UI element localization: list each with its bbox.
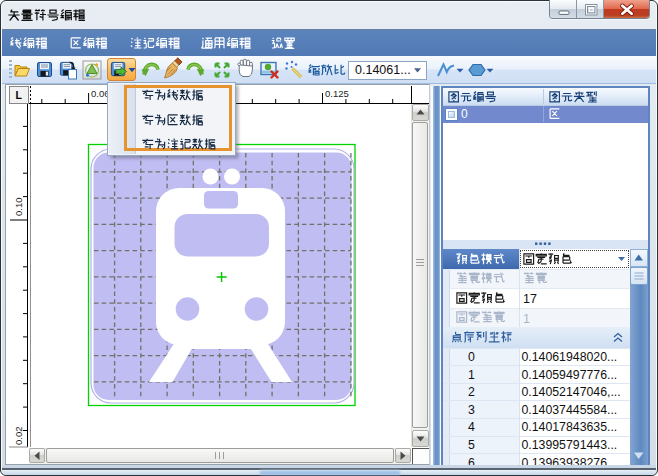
svg-text:0.10: 0.10 [13, 198, 24, 217]
svg-text:0.02: 0.02 [13, 427, 24, 446]
svg-text:0.125: 0.125 [325, 88, 349, 99]
